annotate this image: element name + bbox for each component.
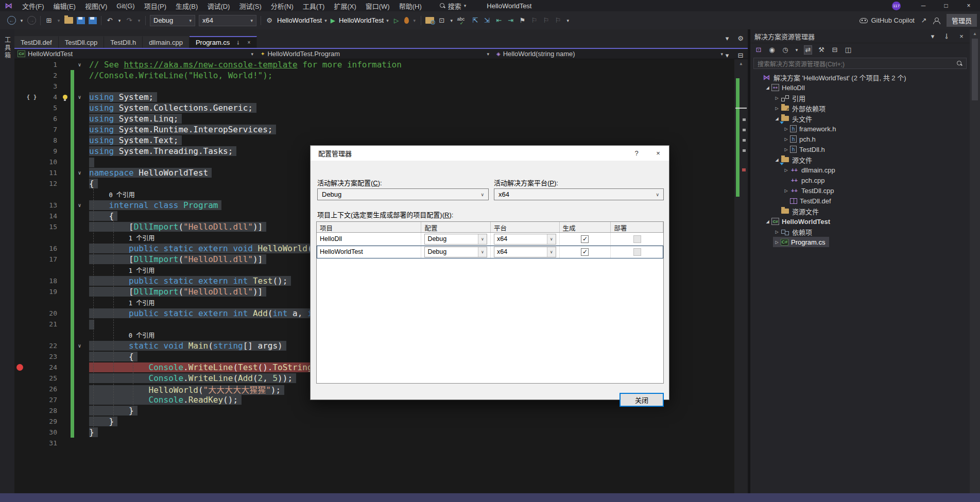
chevron-down-icon[interactable]: ∨ <box>547 234 556 244</box>
fold-margin[interactable]: ∨ <box>74 343 85 349</box>
solution-search-input[interactable]: 搜索解决方案资源管理器(Ctrl+;) <box>753 58 967 69</box>
forward-icon[interactable]: → <box>27 16 36 25</box>
tree-item[interactable]: ▷hframework.h <box>750 124 970 134</box>
tree-item[interactable]: ▷引用 <box>750 93 970 103</box>
code-line[interactable]: 30} <box>14 427 734 438</box>
document-tab[interactable]: TestDll.cpp <box>59 36 105 48</box>
sync-active-doc-icon[interactable]: ⇄ <box>804 45 812 55</box>
menu-item[interactable]: 文件(F) <box>18 0 49 11</box>
breakpoint-margin[interactable] <box>14 384 25 394</box>
save-all-icon[interactable] <box>89 17 97 24</box>
tree-expander-icon[interactable]: ▷ <box>782 137 790 142</box>
tree-expander-icon[interactable]: ▷ <box>782 188 790 193</box>
tree-item[interactable]: TestDll.def <box>750 196 970 206</box>
code-text[interactable]: internal class Program <box>85 200 221 210</box>
save-icon[interactable] <box>77 17 85 24</box>
table-row[interactable]: HelloDllDebug∨x64∨✓ <box>317 233 663 246</box>
menu-item[interactable]: 视图(V) <box>80 0 112 11</box>
breakpoint-margin[interactable] <box>14 416 25 427</box>
tab-close-icon[interactable]: × <box>247 40 250 45</box>
solution-platform-select[interactable]: x64▾ <box>199 15 256 26</box>
code-line[interactable]: { }4∨using System; <box>14 92 734 102</box>
breadcrumb-type[interactable]: ✦ HelloWorldTest.Program ▾ <box>257 49 493 59</box>
breakpoint-margin[interactable] <box>14 362 25 373</box>
code-line[interactable]: 7using System.Runtime.InteropServices; <box>14 124 734 135</box>
next-bookmark-icon[interactable]: ⚐ <box>542 16 551 25</box>
tree-item[interactable]: ◢++HelloDll <box>750 82 970 93</box>
code-text[interactable]: // See https://aka.ms/new-console-templa… <box>85 60 402 70</box>
wrench-icon[interactable]: ⚒ <box>817 45 826 55</box>
menu-item[interactable]: 帮助(H) <box>394 0 426 11</box>
code-text[interactable]: using System.Collections.Generic; <box>85 103 256 113</box>
platform-select[interactable]: x64∨ <box>494 234 556 245</box>
configuration-select[interactable]: Debug∨ <box>424 234 487 245</box>
breakpoint-margin[interactable] <box>14 265 25 275</box>
code-line[interactable]: 8using System.Text; <box>14 135 734 146</box>
undo-icon[interactable]: ↶ <box>106 16 114 25</box>
code-text[interactable]: using System; <box>85 92 157 102</box>
bookmark-icon[interactable]: ⚑ <box>519 16 527 25</box>
menu-item[interactable]: 调试(D) <box>202 0 234 11</box>
breakpoint-margin[interactable] <box>14 221 25 232</box>
breakpoint-margin[interactable] <box>14 178 25 189</box>
breakpoint-margin[interactable] <box>14 146 25 157</box>
breakpoint-margin[interactable] <box>14 135 25 146</box>
tree-expander-icon[interactable]: ▷ <box>782 127 790 131</box>
tree-item[interactable]: ▷hpch.h <box>750 134 970 144</box>
breakpoint-margin[interactable] <box>14 157 25 167</box>
tree-expander-icon[interactable]: ◢ <box>764 219 771 224</box>
tree-item[interactable]: 资源文件 <box>750 206 970 216</box>
back-icon[interactable]: ← <box>7 16 16 25</box>
build-checkbox[interactable]: ✓ <box>581 235 589 243</box>
breakpoint-margin[interactable] <box>14 427 25 438</box>
breakpoint-margin[interactable] <box>14 124 25 135</box>
scrollbar-thumb[interactable] <box>972 39 978 100</box>
table-row[interactable]: HelloWorldTestDebug∨x64∨✓ <box>317 246 663 258</box>
breakpoint-margin[interactable] <box>14 243 25 254</box>
scroll-up-icon[interactable]: ▲ <box>734 61 748 66</box>
redo-icon[interactable]: ↷ <box>125 16 133 25</box>
deploy-checkbox[interactable] <box>633 248 641 256</box>
redo-caret-icon[interactable]: ▾ <box>137 16 141 25</box>
breakpoint-margin[interactable] <box>14 200 25 211</box>
breakpoint-margin[interactable] <box>14 438 25 448</box>
codelens-text[interactable]: 0 个引用 <box>85 331 154 339</box>
fold-margin[interactable]: ∨ <box>74 62 85 67</box>
maximize-button[interactable]: □ <box>935 0 957 11</box>
breakpoint-margin[interactable] <box>14 189 25 200</box>
editor-scrollbar[interactable]: ▲ <box>734 59 748 493</box>
panel-close-icon[interactable]: × <box>957 31 966 41</box>
menu-item[interactable]: Git(G) <box>112 0 139 11</box>
undo-caret-icon[interactable]: ▾ <box>20 16 24 25</box>
code-line[interactable]: 28 } <box>14 405 734 416</box>
tree-item[interactable]: ▷++dllmain.cpp <box>750 165 970 175</box>
tree-expander-icon[interactable]: ▷ <box>782 168 790 172</box>
codelens-text[interactable]: 1 个引用 <box>85 233 154 242</box>
pending-changes-icon[interactable]: ◷ <box>781 45 789 55</box>
tree-item[interactable]: ◢头文件 <box>750 113 970 124</box>
menu-item[interactable]: 工具(T) <box>298 0 330 11</box>
fold-margin[interactable]: ∨ <box>74 202 85 208</box>
chevron-down-icon[interactable]: ∨ <box>547 247 556 257</box>
document-tab[interactable]: dllmain.cpp <box>143 36 190 48</box>
menu-item[interactable]: 分析(N) <box>266 0 298 11</box>
tree-item[interactable]: ⋈解决方案 'HelloWorldTest' (2 个项目, 共 2 个) <box>750 72 970 82</box>
tree-item[interactable]: ◢C#HelloWorldTest <box>750 216 970 227</box>
code-line[interactable]: 31 <box>14 438 734 448</box>
breakpoint-margin[interactable] <box>14 340 25 351</box>
overflow-caret-icon[interactable]: ▾ <box>450 16 454 25</box>
copilot-label[interactable]: GitHub Copilot <box>871 16 915 24</box>
menu-item[interactable]: 扩展(X) <box>329 0 360 11</box>
breakpoint-margin[interactable] <box>14 373 25 384</box>
minimize-button[interactable]: ─ <box>912 0 935 11</box>
lightbulb-icon[interactable] <box>63 95 67 99</box>
active-platform-select[interactable]: x64∨ <box>494 188 664 200</box>
code-line[interactable]: 6using System.Linq; <box>14 113 734 124</box>
start-without-debugging-button[interactable]: ▷ <box>392 16 401 25</box>
code-text[interactable]: [DllImport("HelloDll.dll")] <box>85 222 266 232</box>
code-text[interactable]: } <box>85 427 98 437</box>
breakpoint-margin[interactable] <box>14 308 25 319</box>
breakpoint-margin[interactable] <box>14 254 25 265</box>
active-config-select[interactable]: Debug∨ <box>317 188 489 200</box>
indent-right-icon[interactable]: ⇥ <box>507 16 515 25</box>
